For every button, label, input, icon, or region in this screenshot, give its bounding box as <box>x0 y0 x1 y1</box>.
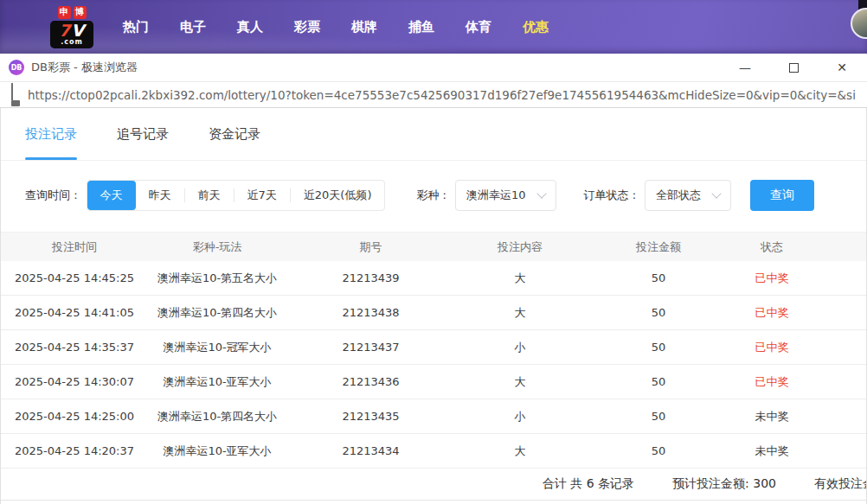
cell-status: 已中奖 <box>732 374 867 390</box>
col-bet-amount: 投注金额 <box>585 239 732 255</box>
table-body: 2025-04-25 14:45:25澳洲幸运10-第五名大小21213439大… <box>1 261 866 469</box>
cell-bet-content: 小 <box>455 409 585 424</box>
cell-bet-content: 大 <box>455 271 585 286</box>
cell-status: 已中奖 <box>732 305 867 321</box>
total-records: 合计 共 6 条记录 <box>543 476 634 492</box>
cell-status: 未中奖 <box>732 443 867 459</box>
browser-url-bar[interactable]: https://ctop02pcali.2kbxi392.com/lottery… <box>0 82 867 108</box>
time-option-20days[interactable]: 近20天(低频) <box>291 181 385 210</box>
tab-bet-records[interactable]: 投注记录 <box>25 108 77 160</box>
cell-bet-amount: 50 <box>585 410 732 423</box>
nav-item-fishing[interactable]: 捕鱼 <box>408 19 434 35</box>
time-option-today[interactable]: 今天 <box>87 181 136 210</box>
minimize-icon[interactable]: — <box>734 58 756 77</box>
window-title: DB彩票 - 极速浏览器 <box>31 60 138 75</box>
col-game-play: 彩种-玩法 <box>148 239 286 255</box>
cell-bet-time: 2025-04-25 14:20:37 <box>1 444 148 457</box>
tab-chase-records[interactable]: 追号记录 <box>117 108 169 160</box>
chevron-down-icon <box>536 188 546 198</box>
cell-bet-content: 大 <box>455 305 585 321</box>
nav-item-chess[interactable]: 棋牌 <box>351 19 377 35</box>
cell-bet-time: 2025-04-25 14:30:07 <box>1 375 148 388</box>
cell-bet-time: 2025-04-25 14:41:05 <box>1 306 148 319</box>
cell-bet-amount: 50 <box>585 271 732 284</box>
cell-issue: 21213434 <box>286 444 455 457</box>
cell-game-play: 澳洲幸运10-亚军大小 <box>148 443 286 459</box>
order-status-label: 订单状态 : <box>584 188 637 203</box>
expected-bet-amount: 预计投注金额: 300 <box>672 476 776 492</box>
url-text[interactable]: https://ctop02pcali.2kbxi392.com/lottery… <box>28 88 856 102</box>
cell-bet-content: 大 <box>455 374 585 390</box>
time-option-day-before[interactable]: 前天 <box>185 181 234 210</box>
cell-bet-amount: 50 <box>585 375 732 388</box>
col-bet-time: 投注时间 <box>1 239 148 255</box>
cell-bet-content: 小 <box>455 340 585 355</box>
nav-item-sports[interactable]: 体育 <box>466 19 491 35</box>
cell-bet-time: 2025-04-25 14:35:37 <box>1 341 148 354</box>
cell-issue: 21213438 <box>286 306 455 319</box>
nav-item-slots[interactable]: 电子 <box>180 19 206 35</box>
nav-item-live[interactable]: 真人 <box>237 19 263 35</box>
close-icon[interactable]: ✕ <box>831 58 853 77</box>
lock-icon <box>11 84 20 106</box>
cell-game-play: 澳洲幸运10-冠军大小 <box>148 340 286 355</box>
logo-badges: 申 博 <box>58 6 87 19</box>
search-button[interactable]: 查询 <box>750 180 814 211</box>
site-logo[interactable]: 申 博 7V .com <box>50 6 93 48</box>
promo-nav-bar: 申 博 7V .com 热门 电子 真人 彩票 棋牌 捕鱼 体育 优惠 <box>0 0 867 54</box>
logo-domain: .com <box>55 39 89 46</box>
lottery-type-select[interactable]: 澳洲幸运10 <box>455 180 556 211</box>
floating-widget-icon[interactable] <box>851 8 867 39</box>
table-header: 投注时间 彩种-玩法 期号 投注内容 投注金额 状态 <box>1 232 866 261</box>
time-option-yesterday[interactable]: 昨天 <box>136 181 184 210</box>
table-row: 2025-04-25 14:41:05澳洲幸运10-第四名大小21213438大… <box>1 296 866 330</box>
query-time-label: 查询时间 : <box>25 188 78 203</box>
cell-status: 未中奖 <box>732 409 867 424</box>
nav-item-promotions[interactable]: 优惠 <box>523 19 549 35</box>
table-row: 2025-04-25 14:25:00澳洲幸运10-第四名大小21213435小… <box>1 399 866 434</box>
tab-fund-records[interactable]: 资金记录 <box>209 108 260 160</box>
chevron-down-icon <box>711 188 721 198</box>
cell-bet-content: 大 <box>455 443 585 459</box>
order-status-value: 全部状态 <box>656 188 701 203</box>
cell-bet-amount: 50 <box>585 306 732 319</box>
time-option-7days[interactable]: 近7天 <box>234 181 290 210</box>
logo-brand: 7V <box>55 22 89 39</box>
cell-status: 已中奖 <box>732 340 867 355</box>
lottery-type-label: 彩种 : <box>416 188 446 203</box>
cell-game-play: 澳洲幸运10-第四名大小 <box>148 409 286 424</box>
col-bet-content: 投注内容 <box>455 239 585 255</box>
cell-issue: 21213439 <box>286 271 455 284</box>
cell-issue: 21213435 <box>286 410 455 423</box>
logo-badge-bo: 博 <box>74 6 87 19</box>
cell-game-play: 澳洲幸运10-第五名大小 <box>148 271 286 286</box>
cell-bet-amount: 50 <box>585 341 732 354</box>
maximize-icon[interactable] <box>782 58 805 77</box>
promo-nav-items: 热门 电子 真人 彩票 棋牌 捕鱼 体育 优惠 <box>123 19 549 35</box>
cell-game-play: 澳洲幸运10-亚军大小 <box>148 374 286 390</box>
table-row: 2025-04-25 14:35:37澳洲幸运10-冠军大小21213437小5… <box>1 330 866 365</box>
order-status-select[interactable]: 全部状态 <box>645 180 731 211</box>
cell-game-play: 澳洲幸运10-第四名大小 <box>148 305 286 321</box>
logo-block: 7V .com <box>50 21 93 48</box>
cell-bet-time: 2025-04-25 14:45:25 <box>1 271 148 284</box>
nav-item-lottery[interactable]: 彩票 <box>294 19 320 35</box>
cell-bet-time: 2025-04-25 14:25:00 <box>1 410 148 423</box>
browser-title-bar: DB DB彩票 - 极速浏览器 — ✕ <box>0 54 867 82</box>
table-row: 2025-04-25 14:45:25澳洲幸运10-第五名大小21213439大… <box>1 261 866 296</box>
nav-item-hot[interactable]: 热门 <box>123 19 149 35</box>
logo-badge-shen: 申 <box>58 6 71 19</box>
table-row: 2025-04-25 14:20:37澳洲幸运10-亚军大小21213434大5… <box>1 434 866 469</box>
favicon-icon: DB <box>9 60 24 75</box>
page-content: 投注记录 追号记录 资金记录 查询时间 : 今天 昨天 前天 近7天 近20天(… <box>0 108 867 504</box>
maximize-glyph <box>789 63 799 73</box>
col-issue: 期号 <box>286 239 455 255</box>
lottery-type-value: 澳洲幸运10 <box>466 188 526 203</box>
cell-bet-amount: 50 <box>585 444 732 457</box>
time-range-group: 今天 昨天 前天 近7天 近20天(低频) <box>87 180 386 211</box>
table-footer: 合计 共 6 条记录 预计投注金额: 300 有效投注金 <box>1 469 866 501</box>
filter-bar: 查询时间 : 今天 昨天 前天 近7天 近20天(低频) 彩种 : 澳洲幸运10… <box>1 161 866 232</box>
record-tabs: 投注记录 追号记录 资金记录 <box>1 108 866 161</box>
window-controls: — ✕ <box>734 58 858 77</box>
cell-issue: 21213436 <box>286 375 455 388</box>
